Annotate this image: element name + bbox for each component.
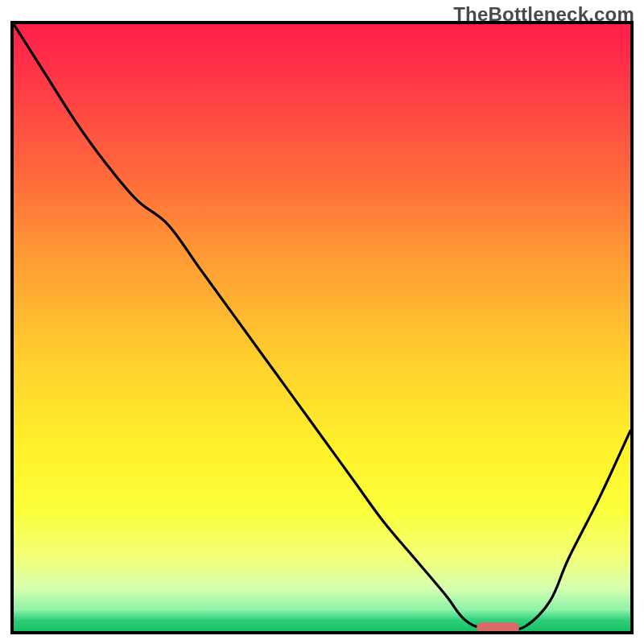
chart-background-gradient <box>14 24 630 631</box>
chart-frame <box>10 21 634 634</box>
optimum-marker <box>477 622 520 634</box>
chart-container <box>10 21 634 634</box>
